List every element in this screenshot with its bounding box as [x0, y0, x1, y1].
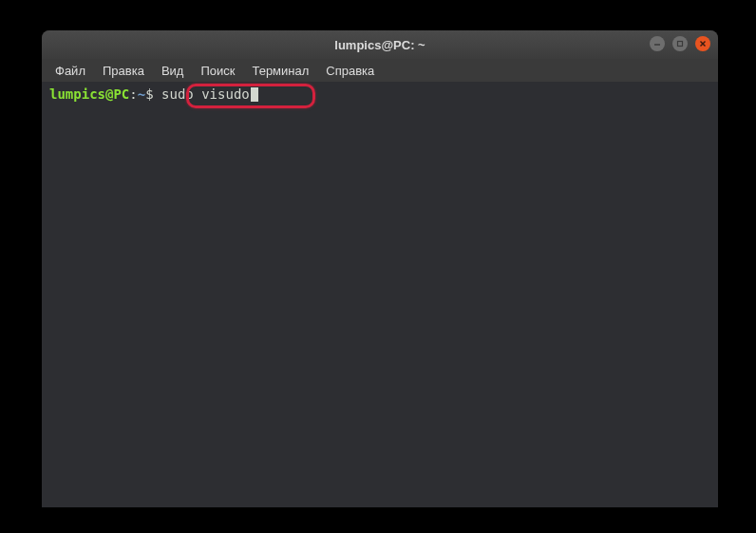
menu-help[interactable]: Справка — [318, 62, 382, 80]
prompt-symbol: $ — [145, 86, 153, 103]
menubar: Файл Правка Вид Поиск Терминал Справка — [42, 59, 718, 82]
prompt-user: lumpics@PC — [49, 86, 129, 103]
maximize-button[interactable] — [672, 36, 688, 51]
menu-terminal[interactable]: Терминал — [244, 62, 316, 80]
menu-view[interactable]: Вид — [154, 62, 192, 80]
cursor-icon — [251, 87, 258, 102]
minimize-button[interactable] — [650, 36, 665, 51]
menu-edit[interactable]: Правка — [95, 62, 152, 80]
titlebar[interactable]: lumpics@PC: ~ — [42, 30, 718, 59]
window-title: lumpics@PC: ~ — [334, 38, 425, 52]
svg-rect-1 — [678, 42, 683, 47]
menu-file[interactable]: Файл — [47, 62, 93, 80]
window-controls — [650, 36, 710, 51]
prompt-path: ~ — [138, 86, 145, 103]
menu-search[interactable]: Поиск — [193, 62, 242, 80]
terminal-window: lumpics@PC: ~ Файл Правка Вид Поиск Терм… — [42, 30, 718, 507]
prompt-separator: : — [129, 86, 137, 103]
close-button[interactable] — [695, 36, 710, 51]
terminal-body[interactable]: lumpics@PC:~$ sudo visudo — [42, 82, 718, 507]
prompt-line: lumpics@PC:~$ sudo visudo — [49, 86, 710, 103]
command-input[interactable]: sudo visudo — [154, 86, 250, 103]
